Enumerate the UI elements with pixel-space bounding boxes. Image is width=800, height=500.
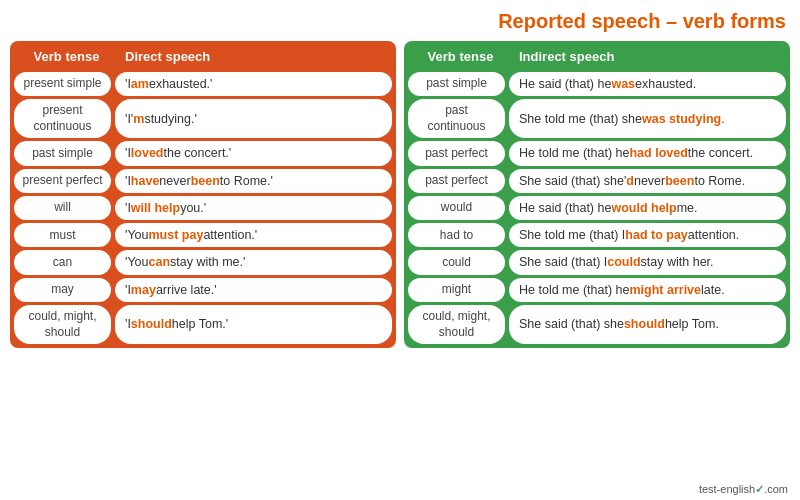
verb-tense-cell: past simple xyxy=(408,72,505,96)
verb-tense-cell: present simple xyxy=(14,72,111,96)
verb-tense-cell: past continuous xyxy=(408,99,505,138)
table-row: had to She told me (that) I had to pay a… xyxy=(408,223,786,247)
direct-speech-cell: 'I should help Tom.' xyxy=(115,305,392,344)
table-row: past perfect He told me (that) he had lo… xyxy=(408,141,786,165)
left-table-header: Verb tense Direct speech xyxy=(10,41,396,72)
direct-speech-cell: 'I have never been to Rome.' xyxy=(115,169,392,193)
verb-tense-cell: will xyxy=(14,196,111,220)
table-row: could She said (that) I could stay with … xyxy=(408,250,786,274)
indirect-speech-cell: She told me (that) I had to pay attentio… xyxy=(509,223,786,247)
footer: test-english✓.com xyxy=(699,483,788,496)
verb-tense-cell: past perfect xyxy=(408,169,505,193)
direct-speech-cell: 'I loved the concert.' xyxy=(115,141,392,165)
table-row: present perfect 'I have never been to Ro… xyxy=(14,169,392,193)
direct-speech-cell: 'I will help you.' xyxy=(115,196,392,220)
verb-tense-cell: past perfect xyxy=(408,141,505,165)
indirect-speech-cell: He said (that) he was exhausted. xyxy=(509,72,786,96)
left-col-speech-header: Direct speech xyxy=(119,47,392,66)
table-row: past perfect She said (that) she'd never… xyxy=(408,169,786,193)
table-row: past simple He said (that) he was exhaus… xyxy=(408,72,786,96)
indirect-speech-cell: She said (that) she'd never been to Rome… xyxy=(509,169,786,193)
direct-speech-cell: 'I may arrive late.' xyxy=(115,278,392,302)
page-title: Reported speech – verb forms xyxy=(10,10,790,33)
verb-tense-cell: would xyxy=(408,196,505,220)
right-table-header: Verb tense Indirect speech xyxy=(404,41,790,72)
indirect-speech-cell: She said (that) I could stay with her. xyxy=(509,250,786,274)
table-row: will 'I will help you.' xyxy=(14,196,392,220)
right-table: Verb tense Indirect speech past simple H… xyxy=(404,41,790,348)
verb-tense-cell: had to xyxy=(408,223,505,247)
verb-tense-cell: could xyxy=(408,250,505,274)
table-row: might He told me (that) he might arrive … xyxy=(408,278,786,302)
verb-tense-cell: present perfect xyxy=(14,169,111,193)
direct-speech-cell: 'I'm studying.' xyxy=(115,99,392,138)
table-row: can 'You can stay with me.' xyxy=(14,250,392,274)
indirect-speech-cell: He told me (that) he might arrive late. xyxy=(509,278,786,302)
left-table: Verb tense Direct speech present simple … xyxy=(10,41,396,348)
table-row: past continuous She told me (that) she w… xyxy=(408,99,786,138)
right-col-verb-header: Verb tense xyxy=(408,47,513,66)
table-row: past simple 'I loved the concert.' xyxy=(14,141,392,165)
table-row: could, might, should 'I should help Tom.… xyxy=(14,305,392,344)
table-row: present continuous 'I'm studying.' xyxy=(14,99,392,138)
table-row: could, might, should She said (that) she… xyxy=(408,305,786,344)
verb-tense-cell: can xyxy=(14,250,111,274)
indirect-speech-cell: He said (that) he would help me. xyxy=(509,196,786,220)
page: Reported speech – verb forms Verb tense … xyxy=(0,0,800,500)
left-table-body: present simple 'I am exhausted.' present… xyxy=(10,72,396,348)
direct-speech-cell: 'You can stay with me.' xyxy=(115,250,392,274)
direct-speech-cell: 'I am exhausted.' xyxy=(115,72,392,96)
verb-tense-cell: present continuous xyxy=(14,99,111,138)
right-col-speech-header: Indirect speech xyxy=(513,47,786,66)
indirect-speech-cell: She told me (that) she was studying. xyxy=(509,99,786,138)
table-row: present simple 'I am exhausted.' xyxy=(14,72,392,96)
verb-tense-cell: might xyxy=(408,278,505,302)
right-table-body: past simple He said (that) he was exhaus… xyxy=(404,72,790,348)
verb-tense-cell: past simple xyxy=(14,141,111,165)
direct-speech-cell: 'You must pay attention.' xyxy=(115,223,392,247)
verb-tense-cell: could, might, should xyxy=(408,305,505,344)
table-row: may 'I may arrive late.' xyxy=(14,278,392,302)
verb-tense-cell: must xyxy=(14,223,111,247)
tables-container: Verb tense Direct speech present simple … xyxy=(10,41,790,348)
indirect-speech-cell: She said (that) she should help Tom. xyxy=(509,305,786,344)
verb-tense-cell: may xyxy=(14,278,111,302)
verb-tense-cell: could, might, should xyxy=(14,305,111,344)
table-row: would He said (that) he would help me. xyxy=(408,196,786,220)
table-row: must 'You must pay attention.' xyxy=(14,223,392,247)
left-col-verb-header: Verb tense xyxy=(14,47,119,66)
indirect-speech-cell: He told me (that) he had loved the conce… xyxy=(509,141,786,165)
